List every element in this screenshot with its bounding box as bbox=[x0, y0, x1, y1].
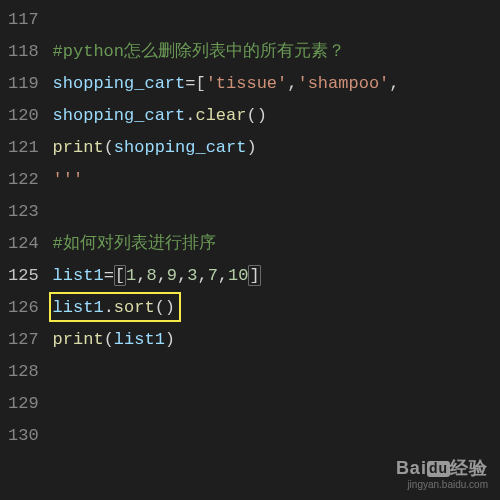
token-op: = bbox=[104, 266, 114, 285]
code-line[interactable]: shopping_cart=['tissue','shampoo', bbox=[53, 68, 500, 100]
token-punc: , bbox=[136, 266, 146, 285]
token-punc: , bbox=[157, 266, 167, 285]
token-punc: () bbox=[246, 106, 266, 125]
code-line[interactable]: print(shopping_cart) bbox=[53, 132, 500, 164]
line-number: 118 bbox=[8, 36, 39, 68]
token-punc: , bbox=[177, 266, 187, 285]
line-number-gutter: 1171181191201211221231241251261271281291… bbox=[0, 0, 53, 500]
token-op: = bbox=[185, 74, 195, 93]
code-line[interactable]: ''' bbox=[53, 164, 500, 196]
line-number: 127 bbox=[8, 324, 39, 356]
line-number: 124 bbox=[8, 228, 39, 260]
token-punc: ( bbox=[104, 138, 114, 157]
token-str: ''' bbox=[53, 170, 84, 189]
token-str: 'tissue' bbox=[206, 74, 288, 93]
watermark-brand-prefix: Bai bbox=[396, 458, 427, 478]
code-line[interactable]: #python怎么删除列表中的所有元素？ bbox=[53, 36, 500, 68]
token-num: 9 bbox=[167, 266, 177, 285]
token-func: sort bbox=[114, 298, 155, 317]
watermark-url: jingyan.baidu.com bbox=[396, 479, 488, 490]
line-number: 125 bbox=[8, 260, 39, 292]
code-line[interactable] bbox=[53, 356, 500, 388]
token-punc: . bbox=[185, 106, 195, 125]
code-line[interactable] bbox=[53, 420, 500, 452]
token-punc: , bbox=[197, 266, 207, 285]
token-ident: list1 bbox=[114, 330, 165, 349]
token-comment: #python怎么删除列表中的所有元素？ bbox=[53, 42, 345, 61]
code-line[interactable]: print(list1) bbox=[53, 324, 500, 356]
token-ident: shopping_cart bbox=[114, 138, 247, 157]
line-number: 128 bbox=[8, 356, 39, 388]
line-number: 117 bbox=[8, 4, 39, 36]
token-num: 7 bbox=[208, 266, 218, 285]
token-punc: , bbox=[389, 74, 399, 93]
watermark-brand-suffix: 经验 bbox=[450, 458, 488, 478]
line-number: 122 bbox=[8, 164, 39, 196]
token-str: 'shampoo' bbox=[297, 74, 389, 93]
token-num: 1 bbox=[126, 266, 136, 285]
code-line[interactable] bbox=[53, 4, 500, 36]
line-number: 121 bbox=[8, 132, 39, 164]
watermark-brand-box: du bbox=[427, 461, 450, 476]
watermark: Baidu经验 jingyan.baidu.com bbox=[396, 459, 488, 490]
line-number: 119 bbox=[8, 68, 39, 100]
token-num: 3 bbox=[187, 266, 197, 285]
token-punc: ) bbox=[246, 138, 256, 157]
bracket-match: ] bbox=[248, 265, 260, 286]
token-punc: , bbox=[218, 266, 228, 285]
line-number: 126 bbox=[8, 292, 39, 324]
line-number: 129 bbox=[8, 388, 39, 420]
code-line[interactable]: list1=[1,8,9,3,7,10] bbox=[53, 260, 500, 292]
token-ident: shopping_cart bbox=[53, 106, 186, 125]
token-punc: ) bbox=[165, 330, 175, 349]
token-num: 10 bbox=[228, 266, 248, 285]
token-punc: . bbox=[104, 298, 114, 317]
code-line[interactable] bbox=[53, 388, 500, 420]
code-line[interactable]: shopping_cart.clear() bbox=[53, 100, 500, 132]
line-number: 120 bbox=[8, 100, 39, 132]
token-num: 8 bbox=[146, 266, 156, 285]
token-punc: () bbox=[155, 298, 175, 317]
code-line[interactable]: list1.sort() bbox=[53, 292, 500, 324]
bracket-match: [ bbox=[114, 265, 126, 286]
token-punc: ( bbox=[104, 330, 114, 349]
token-comment: #如何对列表进行排序 bbox=[53, 234, 216, 253]
code-area[interactable]: #python怎么删除列表中的所有元素？shopping_cart=['tiss… bbox=[53, 0, 500, 500]
token-punc: , bbox=[287, 74, 297, 93]
token-func: clear bbox=[195, 106, 246, 125]
token-ident: list1 bbox=[53, 298, 104, 317]
code-editor[interactable]: 1171181191201211221231241251261271281291… bbox=[0, 0, 500, 500]
token-ident: shopping_cart bbox=[53, 74, 186, 93]
line-number: 123 bbox=[8, 196, 39, 228]
code-line[interactable]: #如何对列表进行排序 bbox=[53, 228, 500, 260]
token-punc: [ bbox=[195, 74, 205, 93]
token-ident: list1 bbox=[53, 266, 104, 285]
code-line[interactable] bbox=[53, 196, 500, 228]
line-number: 130 bbox=[8, 420, 39, 452]
token-builtin: print bbox=[53, 138, 104, 157]
token-builtin: print bbox=[53, 330, 104, 349]
